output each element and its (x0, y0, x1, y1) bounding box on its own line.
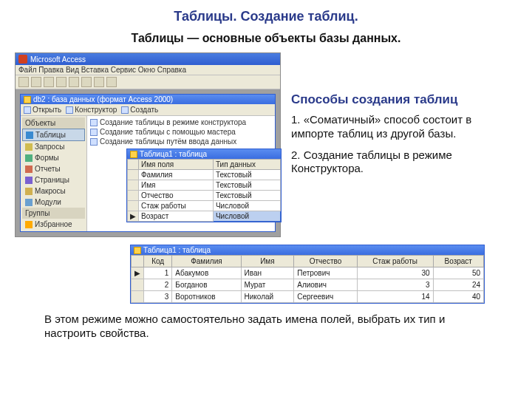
type-cell[interactable]: Текстовый (213, 191, 280, 201)
macros-icon (25, 188, 33, 195)
app-name: Microsoft Access (30, 55, 86, 64)
table-row[interactable]: 2БогдановМуратАлиович324 (132, 279, 484, 291)
page-subtitle: Таблицы — основные объекты базы данных. (15, 32, 517, 45)
nav-item-pages[interactable]: Страницы (22, 174, 85, 185)
nav-item-forms[interactable]: Формы (22, 152, 85, 163)
tb-print-icon[interactable] (56, 77, 66, 87)
reports-icon (25, 166, 33, 173)
db-window-titlebar: db2 : база данных (формат Access 2000) (21, 95, 275, 104)
section-heading: Способы создания таблиц (291, 92, 517, 107)
table-icon (134, 247, 141, 254)
design-button[interactable]: Конструктор (66, 106, 117, 114)
ds-col[interactable]: Возраст (433, 256, 483, 267)
type-cell-active[interactable]: Числовой (213, 211, 280, 222)
tb-open-icon[interactable] (31, 77, 41, 87)
new-button[interactable]: Создать (121, 106, 158, 114)
field-cell[interactable]: Фамилия (139, 170, 214, 180)
menubar[interactable]: Файл Правка Вид Вставка Сервис Окно Спра… (16, 65, 280, 75)
type-cell[interactable]: Текстовый (213, 180, 280, 191)
tb-new-icon[interactable] (18, 77, 29, 87)
page-title: Таблицы. Создание таблиц. (15, 9, 517, 24)
type-cell[interactable]: Числовой (213, 201, 280, 211)
favorites-icon (25, 221, 33, 228)
app-titlebar: Microsoft Access (16, 53, 280, 65)
tables-icon (26, 132, 33, 139)
tb-paste-icon[interactable] (94, 77, 104, 87)
open-icon (24, 106, 31, 114)
nav-item-favorites[interactable]: Избранное (22, 219, 85, 230)
forms-icon (25, 154, 33, 162)
col-datatype[interactable]: Тип данных (213, 160, 280, 170)
new-icon (121, 106, 129, 114)
nav-item-queries[interactable]: Запросы (22, 141, 85, 152)
db-window-title: db2 : база данных (формат Access 2000) (33, 95, 173, 103)
method-1: 1. «Соматичный» способ состоит в импорте… (291, 113, 517, 141)
ds-col[interactable]: Фамилия (172, 256, 241, 267)
tb-copy-icon[interactable] (81, 77, 92, 87)
datasheet-title: Таблица1 : таблица (143, 246, 211, 254)
nav-pane: Объекты Таблицы Запросы Формы Отчеты Стр… (21, 116, 87, 231)
design-titlebar: Таблица1 : таблица (127, 149, 281, 159)
datasheet-titlebar: Таблица1 : таблица (131, 245, 484, 255)
tb-undo-icon[interactable] (106, 77, 117, 87)
nav-header-objects: Объекты (22, 117, 85, 129)
nav-item-modules[interactable]: Модули (22, 197, 85, 208)
table-icon (130, 151, 137, 158)
field-cell[interactable]: Стаж работы (139, 201, 214, 211)
footer-paragraph: В этом режиме можно самостоятельно задат… (44, 313, 488, 341)
tb-cut-icon[interactable] (69, 77, 79, 87)
wizard-icon (90, 129, 98, 136)
design-view-window: Таблица1 : таблица Имя поляТип данных Фа… (126, 149, 282, 222)
database-icon (24, 96, 31, 103)
access-screenshot: Microsoft Access Файл Правка Вид Вставка… (15, 52, 281, 237)
list-item[interactable]: Создание таблицы путём ввода данных (89, 137, 273, 146)
method-2: 2. Создание таблицы в режиме Конструктор… (291, 149, 517, 177)
field-cell[interactable]: Возраст (139, 211, 214, 222)
list-item[interactable]: Создание таблицы в режиме конструктора (89, 117, 273, 127)
nav-item-macros[interactable]: Макросы (22, 185, 85, 197)
nav-header-groups: Группы (22, 208, 85, 219)
tb-save-icon[interactable] (44, 77, 54, 87)
pages-icon (25, 177, 33, 184)
nav-item-reports[interactable]: Отчеты (22, 163, 85, 174)
design-title: Таблица1 : таблица (140, 150, 207, 158)
col-fieldname[interactable]: Имя поля (139, 160, 214, 170)
ds-col[interactable]: Отчество (294, 256, 358, 267)
field-cell[interactable]: Имя (139, 180, 214, 191)
table-row[interactable]: 3ВоротниковНиколайСергеевич1440 (132, 291, 484, 303)
toolbar[interactable] (16, 75, 280, 89)
nav-item-tables[interactable]: Таблицы (22, 129, 85, 141)
table-row[interactable]: ▶1АбакумовИванПетрович3050 (132, 267, 484, 279)
open-button[interactable]: Открыть (24, 106, 61, 114)
ds-col[interactable]: Имя (241, 256, 294, 267)
design-icon (66, 106, 73, 114)
wizard-icon (90, 138, 98, 146)
datasheet-window: Таблица1 : таблица Код Фамилия Имя Отчес… (130, 245, 485, 304)
modules-icon (25, 199, 33, 206)
queries-icon (25, 143, 33, 151)
ds-col[interactable]: Стаж работы (357, 256, 433, 267)
field-cell[interactable]: Отчество (139, 191, 214, 201)
type-cell[interactable]: Текстовый (213, 170, 280, 180)
wizard-icon (90, 119, 98, 126)
ds-col[interactable]: Код (144, 256, 172, 267)
list-item[interactable]: Создание таблицы с помощью мастера (89, 127, 273, 137)
access-key-icon (18, 55, 27, 64)
